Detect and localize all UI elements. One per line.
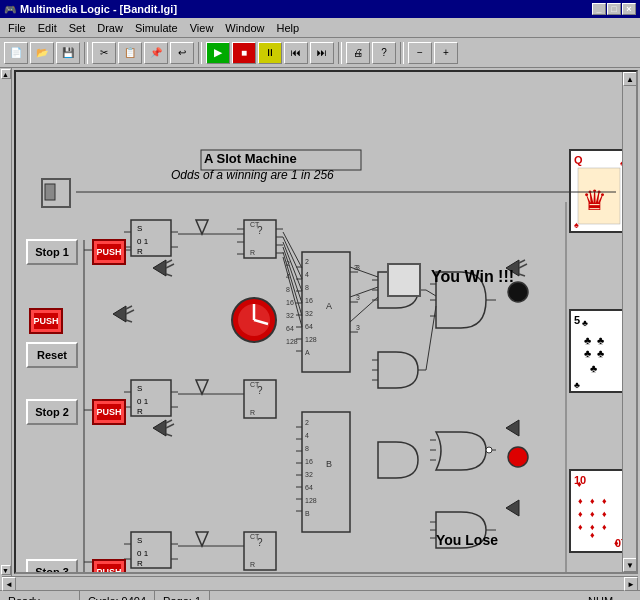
print-button[interactable]: 🖨 [346, 42, 370, 64]
separator-2 [198, 42, 202, 64]
minimize-button[interactable]: _ [592, 3, 606, 15]
zoom-out-button[interactable]: − [408, 42, 432, 64]
new-button[interactable]: 📄 [4, 42, 28, 64]
undo-button[interactable]: ↩ [170, 42, 194, 64]
svg-marker-45 [506, 420, 519, 436]
stop-sim-button[interactable]: ■ [232, 42, 256, 64]
svg-marker-41 [113, 306, 126, 322]
svg-line-188 [350, 297, 378, 322]
svg-text:2: 2 [305, 419, 309, 426]
menu-simulate[interactable]: Simulate [129, 20, 184, 36]
scroll-up-btn[interactable]: ▲ [623, 72, 637, 86]
separator-1 [84, 42, 88, 64]
scroll-down-btn[interactable]: ▼ [623, 558, 637, 572]
save-button[interactable]: 💾 [56, 42, 80, 64]
push-middle-button[interactable]: PUSH [31, 310, 61, 332]
svg-text:♣: ♣ [590, 362, 597, 374]
svg-text:16: 16 [305, 297, 313, 304]
svg-text:R: R [250, 561, 255, 568]
title-bar: 🎮 Multimedia Logic - [Bandit.lgi] _ □ × [0, 0, 640, 18]
svg-text:32: 32 [305, 310, 313, 317]
vscroll-left[interactable]: ▲ ▼ [0, 68, 12, 576]
svg-marker-79 [196, 220, 208, 234]
svg-text:8: 8 [286, 286, 290, 293]
menu-edit[interactable]: Edit [32, 20, 63, 36]
svg-text:♦: ♦ [602, 496, 607, 506]
odds-label: Odds of a winning are 1 in 256 [171, 168, 334, 182]
step-back-button[interactable]: ⏮ [284, 42, 308, 64]
main-area: ▲ ▼ Q Q ♛ ♠ ♠ [0, 68, 640, 576]
stop1-button[interactable]: Stop 1 [26, 239, 78, 265]
svg-text:5: 5 [574, 314, 580, 326]
svg-point-157 [486, 447, 492, 453]
svg-line-34 [166, 260, 172, 263]
menu-set[interactable]: Set [63, 20, 92, 36]
svg-text:64: 64 [286, 325, 294, 332]
stop2-button[interactable]: Stop 2 [26, 399, 78, 425]
push3-button[interactable]: PUSH [94, 561, 124, 572]
svg-rect-170 [45, 184, 55, 200]
pause-button[interactable]: ⏸ [258, 42, 282, 64]
reset-button[interactable]: Reset [26, 342, 78, 368]
scroll-up-icon[interactable]: ▲ [1, 69, 11, 79]
toolbar: 📄 📂 💾 ✂ 📋 📌 ↩ ▶ ■ ⏸ ⏮ ⏭ 🖨 ? − + [0, 38, 640, 68]
svg-text:B: B [305, 510, 310, 517]
menu-view[interactable]: View [184, 20, 220, 36]
vscrollbar[interactable]: ▲ ▼ [622, 72, 636, 572]
menu-draw[interactable]: Draw [91, 20, 129, 36]
svg-text:8: 8 [305, 445, 309, 452]
status-cycle: Cycle: 9404 [80, 591, 155, 600]
cut-button[interactable]: ✂ [92, 42, 116, 64]
svg-text:0 1: 0 1 [137, 549, 149, 558]
status-bar: Ready Cycle: 9404 Page: 1 NUM [0, 590, 640, 600]
svg-point-163 [508, 447, 528, 467]
status-page: Page: 1 [155, 591, 210, 600]
svg-text:B: B [326, 459, 332, 469]
play-button[interactable]: ▶ [206, 42, 230, 64]
close-button[interactable]: × [622, 3, 636, 15]
canvas-container: Q Q ♛ ♠ ♠ 5 5 ♣ ♣ ♣ ♣ ♣ ♣ ♣ [14, 70, 638, 574]
svg-text:64: 64 [305, 323, 313, 330]
svg-text:4: 4 [305, 432, 309, 439]
menu-file[interactable]: File [2, 20, 32, 36]
svg-text:R: R [137, 247, 143, 256]
svg-text:16: 16 [286, 299, 294, 306]
svg-text:3: 3 [356, 324, 360, 331]
svg-marker-54 [506, 500, 519, 516]
circuit-canvas: Q Q ♛ ♠ ♠ 5 5 ♣ ♣ ♣ ♣ ♣ ♣ ♣ [16, 72, 636, 572]
svg-text:A: A [326, 301, 332, 311]
svg-text:2: 2 [286, 260, 290, 267]
svg-line-43 [126, 310, 134, 314]
svg-text:32: 32 [286, 312, 294, 319]
open-button[interactable]: 📂 [30, 42, 54, 64]
svg-text:♣: ♣ [574, 380, 580, 390]
svg-text:64: 64 [305, 484, 313, 491]
push1-button[interactable]: PUSH [94, 241, 124, 263]
svg-text:CT: CT [250, 533, 260, 540]
scroll-down-icon[interactable]: ▼ [1, 565, 11, 575]
window-controls: _ □ × [592, 3, 636, 15]
menu-window[interactable]: Window [219, 20, 270, 36]
step-fwd-button[interactable]: ⏭ [310, 42, 334, 64]
zoom-in-button[interactable]: + [434, 42, 458, 64]
maximize-button[interactable]: □ [607, 3, 621, 15]
help-button[interactable]: ? [372, 42, 396, 64]
menu-help[interactable]: Help [270, 20, 305, 36]
scroll-left-btn[interactable]: ◄ [2, 577, 16, 591]
svg-text:8: 8 [305, 284, 309, 291]
paste-button[interactable]: 📌 [144, 42, 168, 64]
status-ready: Ready [0, 591, 80, 600]
copy-button[interactable]: 📋 [118, 42, 142, 64]
circuit-svg: Q Q ♛ ♠ ♠ 5 5 ♣ ♣ ♣ ♣ ♣ ♣ ♣ [16, 72, 632, 572]
hscrollbar[interactable]: ◄ ► [2, 576, 638, 590]
svg-text:32: 32 [305, 471, 313, 478]
svg-text:128: 128 [305, 497, 317, 504]
push2-button[interactable]: PUSH [94, 401, 124, 423]
svg-text:0 1: 0 1 [137, 237, 149, 246]
lose-label: You Lose [436, 532, 498, 548]
svg-line-48 [166, 424, 174, 428]
svg-text:R: R [250, 249, 255, 256]
svg-line-187 [350, 287, 378, 297]
scroll-right-btn[interactable]: ► [624, 577, 638, 591]
stop3-button[interactable]: Stop 3 [26, 559, 78, 572]
